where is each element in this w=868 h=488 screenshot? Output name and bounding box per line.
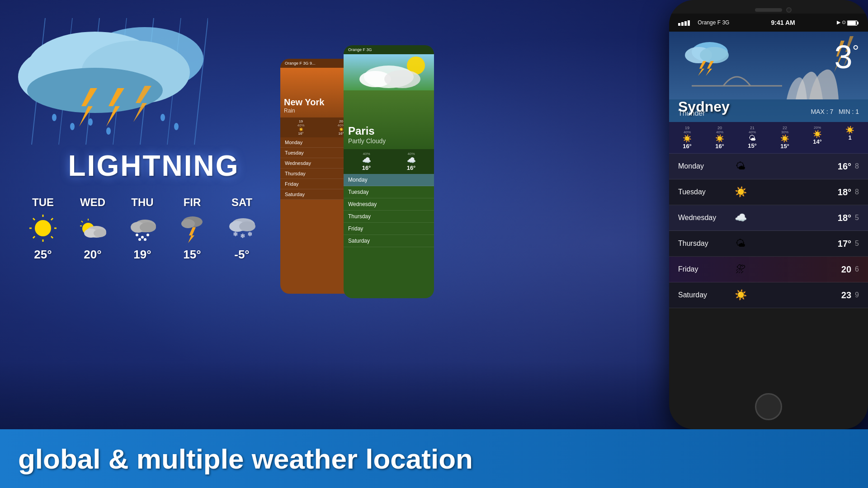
weather-days-row: TUE 25°	[18, 196, 289, 262]
day-icon-wed	[77, 212, 108, 244]
phones-area: Orange F 3G 9... New York Rain 19 40% ☀️…	[271, 0, 868, 429]
sydney-fc-4: 22 30% ☀️ 15°	[769, 126, 801, 150]
sydney-day-saturday[interactable]: Saturday ☀️ 23 9	[669, 282, 868, 308]
day-temp-tue: 25°	[34, 248, 52, 262]
svg-point-18	[88, 118, 93, 126]
sydney-header-image: Sydney Thunder 3° MAX : 7 MIN : 1	[669, 32, 868, 122]
paris-day-saturday[interactable]: Saturday	[344, 235, 434, 247]
day-temp-fir: 15°	[183, 248, 201, 262]
sydney-tuesday-icon: ☀️	[732, 184, 749, 200]
left-section: LIGHTNING TUE	[18, 18, 289, 262]
sydney-status-bar: Orange F 3G 9:41 AM ▶ ⊙	[669, 14, 868, 32]
sydney-fc-6: ☀️ 1	[834, 126, 866, 150]
paris-day-monday[interactable]: Monday	[344, 174, 434, 186]
paris-carrier: Orange F 3G	[348, 47, 372, 52]
day-icon-sat: ❄ ❄ ❄	[226, 212, 258, 244]
lightning-cloud-illustration	[18, 18, 208, 145]
svg-point-40	[140, 222, 156, 232]
sydney-speaker	[755, 8, 782, 12]
weather-day-fir: FIR 15°	[176, 196, 208, 262]
svg-rect-64	[857, 22, 859, 24]
day-temp-thu: 19°	[133, 248, 151, 262]
ny-fc-1: 19 40% ☀️ 16°	[281, 119, 321, 136]
svg-line-27	[33, 218, 35, 220]
svg-line-6	[194, 18, 208, 145]
sydney-day-tuesday[interactable]: Tuesday ☀️ 18° 8	[669, 179, 868, 205]
svg-point-16	[52, 114, 57, 121]
svg-marker-75	[706, 61, 714, 76]
sydney-battery: ▶ ⊙	[837, 19, 859, 25]
svg-rect-59	[678, 23, 680, 26]
day-temp-sat: -5°	[234, 248, 250, 262]
paris-fc-1: 40% ☁️ 16°	[344, 152, 388, 171]
day-name-fir: FIR	[184, 196, 201, 209]
svg-line-34	[81, 221, 83, 222]
svg-line-30	[51, 236, 53, 238]
sydney-thursday-icon: 🌤	[732, 235, 749, 252]
paris-forecast-row: 40% ☁️ 16° 40% ☁️ 16°	[344, 149, 434, 174]
svg-point-21	[174, 123, 179, 130]
day-icon-fir	[176, 212, 208, 244]
sydney-home-button[interactable]	[755, 393, 782, 420]
sydney-day-friday[interactable]: Friday ⛈ 20 6	[669, 257, 868, 282]
paris-weather-img	[344, 54, 434, 90]
phone-paris: Orange F 3G Paris Partly Cloudy 40% ☁️ 1…	[344, 45, 434, 298]
paris-day-wednesday[interactable]: Wednesday	[344, 198, 434, 211]
sydney-forecast-strip: 19 40% ☀️ 16° 20 40% ☀️ 16° 21 40% 🌤 15°…	[669, 122, 868, 154]
paris-fc-2: 40% ☁️ 16°	[389, 152, 433, 171]
svg-point-47	[181, 219, 195, 228]
svg-point-22	[35, 220, 51, 236]
weather-day-thu: THU 19°	[127, 196, 158, 262]
paris-condition: Partly Cloudy	[348, 137, 429, 145]
sydney-saturday-icon: ☀️	[732, 287, 749, 303]
sydney-time: 9:41 AM	[771, 19, 795, 26]
bottom-banner-text: global & multiple weather location	[18, 443, 473, 475]
lightning-title: LIGHTNING	[18, 149, 289, 183]
svg-point-43	[146, 234, 149, 236]
sydney-main-temp: 3°	[835, 41, 859, 73]
sydney-day-wednesday[interactable]: Wednesday ☁️ 18° 5	[669, 205, 868, 231]
svg-point-45	[144, 238, 146, 241]
paris-day-tuesday[interactable]: Tuesday	[344, 186, 434, 198]
sydney-camera	[786, 7, 792, 13]
svg-point-17	[70, 123, 75, 130]
day-icon-tue	[27, 212, 59, 244]
day-temp-wed: 20°	[84, 248, 101, 262]
day-name-thu: THU	[131, 196, 153, 209]
svg-marker-48	[188, 227, 196, 243]
svg-point-73	[700, 47, 729, 63]
paris-status-bar: Orange F 3G	[344, 45, 434, 54]
sydney-fc-3: 21 40% 🌤 15°	[736, 126, 768, 150]
svg-rect-61	[684, 21, 687, 26]
ny-carrier: Orange F 3G 9...	[285, 61, 316, 66]
svg-point-42	[141, 236, 144, 239]
sydney-fc-5: 20% ☀️ 14°	[802, 126, 833, 150]
paris-day-thursday[interactable]: Thursday	[344, 211, 434, 223]
day-icon-thu	[127, 212, 158, 244]
bottom-banner: global & multiple weather location	[0, 429, 868, 488]
svg-rect-60	[681, 22, 684, 26]
svg-rect-65	[848, 21, 856, 25]
svg-text:❄: ❄	[240, 232, 245, 239]
day-name-wed: WED	[80, 196, 105, 209]
sydney-days-list: Monday 🌤 16° 8 Tuesday ☀️ 18° 8 Wednesda…	[669, 154, 868, 308]
sydney-fc-2: 20 40% ☀️ 16°	[704, 126, 736, 150]
svg-text:❄: ❄	[247, 230, 253, 238]
svg-text:❄: ❄	[233, 230, 238, 238]
svg-point-51	[239, 221, 255, 231]
svg-point-19	[106, 127, 111, 135]
day-name-tue: TUE	[32, 196, 54, 209]
paris-day-friday[interactable]: Friday	[344, 223, 434, 235]
weather-day-sat: SAT ❄ ❄ ❄ -5°	[226, 196, 258, 262]
paris-days-list: Monday Tuesday Wednesday Thursday Friday…	[344, 174, 434, 247]
svg-point-58	[384, 70, 420, 88]
paris-city-name: Paris	[348, 125, 429, 137]
svg-point-44	[138, 238, 141, 241]
svg-line-29	[33, 236, 35, 238]
weather-day-wed: WED 20°	[77, 196, 108, 262]
sydney-fc-1: 19 40% ☀️ 16°	[671, 126, 703, 150]
sydney-day-monday[interactable]: Monday 🌤 16° 8	[669, 154, 868, 179]
svg-rect-62	[688, 20, 690, 26]
svg-point-20	[160, 114, 165, 121]
sydney-day-thursday[interactable]: Thursday 🌤 17° 5	[669, 231, 868, 257]
